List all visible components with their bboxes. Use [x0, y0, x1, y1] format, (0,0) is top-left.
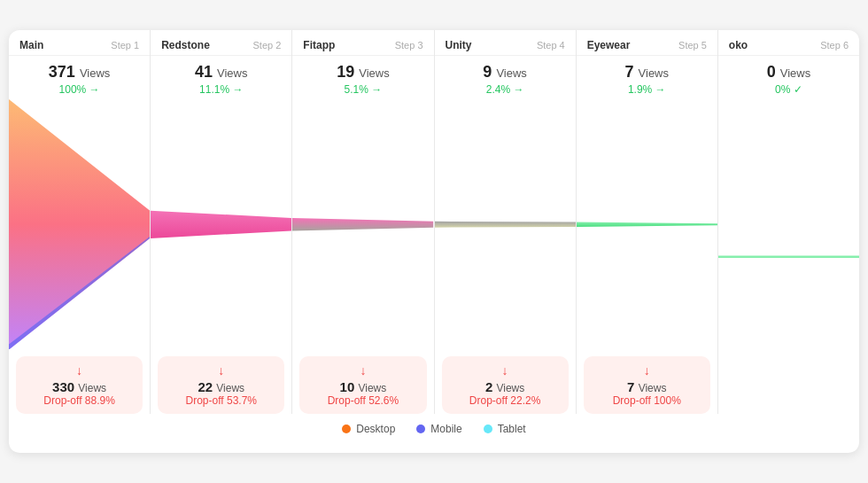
step-header-4: EyewearStep 5 — [577, 30, 717, 56]
dropoff-views-2: 10 Views — [308, 379, 417, 394]
dropoff-arrow-1: ↓ — [167, 363, 275, 378]
step-col-5: okoStep 60 Views0% ✓ — [718, 30, 859, 415]
step-header-1: RedstoneStep 2 — [151, 30, 291, 56]
dropoff-arrow-4: ↓ — [593, 363, 701, 378]
dropoff-arrow-0: ↓ — [25, 363, 134, 378]
step-header-5: okoStep 6 — [718, 30, 859, 56]
dropoff-views-3: 2 Views — [451, 379, 560, 394]
step-header-3: UnityStep 4 — [435, 30, 576, 56]
step-col-0: MainStep 1371 Views100% →↓330 ViewsDrop-… — [9, 30, 151, 415]
step-name-1: Redstone — [161, 39, 210, 51]
dropoff-pct-3: Drop-off 22.2% — [451, 394, 560, 407]
dropoff-pct-0: Drop-off 88.9% — [25, 394, 134, 407]
step-name-3: Unity — [446, 39, 472, 51]
dropoff-box-2: ↓10 ViewsDrop-off 52.6% — [299, 356, 426, 414]
step-pct-0: 100% → — [19, 83, 139, 96]
funnel-visual-5 — [718, 99, 859, 415]
funnel-visual-1 — [151, 99, 291, 350]
dropoff-views-1: 22 Views — [167, 379, 275, 394]
dropoff-box-1: ↓22 ViewsDrop-off 53.7% — [158, 356, 284, 414]
legend-item-mobile: Mobile — [416, 423, 461, 435]
step-num-5: Step 6 — [820, 40, 849, 51]
funnel-container: MainStep 1371 Views100% →↓330 ViewsDrop-… — [9, 30, 859, 454]
legend-item-desktop: Desktop — [342, 423, 395, 435]
legend-dot-mobile — [416, 425, 425, 433]
step-stats-3: 9 Views2.4% → — [435, 56, 576, 99]
funnel-chart: MainStep 1371 Views100% →↓330 ViewsDrop-… — [9, 30, 859, 415]
step-pct-2: 5.1% → — [303, 83, 422, 96]
step-stats-1: 41 Views11.1% → — [151, 56, 291, 99]
dropoff-arrow-2: ↓ — [308, 363, 417, 378]
step-num-1: Step 2 — [253, 40, 282, 51]
step-pct-3: 2.4% → — [446, 83, 565, 96]
dropoff-pct-4: Drop-off 100% — [593, 394, 701, 407]
dropoff-pct-1: Drop-off 53.7% — [167, 394, 275, 407]
step-num-0: Step 1 — [111, 40, 139, 51]
step-name-0: Main — [19, 39, 43, 51]
step-pct-5: 0% ✓ — [729, 83, 849, 96]
step-pct-1: 11.1% → — [161, 83, 281, 96]
legend-label-tablet: Tablet — [498, 423, 526, 435]
dropoff-arrow-3: ↓ — [451, 363, 560, 378]
legend-dot-tablet — [484, 425, 492, 433]
step-views-1: 41 Views — [161, 63, 281, 82]
step-name-4: Eyewear — [587, 39, 631, 51]
step-stats-2: 19 Views5.1% → — [292, 56, 433, 99]
dropoff-box-0: ↓330 ViewsDrop-off 88.9% — [16, 356, 143, 414]
step-stats-0: 371 Views100% → — [9, 56, 150, 99]
legend-item-tablet: Tablet — [484, 423, 526, 435]
step-col-3: UnityStep 49 Views2.4% →↓2 ViewsDrop-off… — [435, 30, 577, 415]
dropoff-views-0: 330 Views — [25, 379, 134, 394]
funnel-visual-4 — [577, 99, 717, 350]
step-views-5: 0 Views — [729, 63, 849, 82]
step-num-2: Step 3 — [395, 40, 423, 51]
funnel-visual-2 — [292, 99, 433, 350]
dropoff-pct-2: Drop-off 52.6% — [308, 394, 417, 407]
step-views-2: 19 Views — [303, 63, 422, 82]
step-name-5: oko — [729, 39, 748, 51]
step-col-4: EyewearStep 57 Views1.9% →↓7 ViewsDrop-o… — [577, 30, 718, 415]
step-num-3: Step 4 — [537, 40, 565, 51]
step-num-4: Step 5 — [678, 40, 707, 51]
dropoff-box-3: ↓2 ViewsDrop-off 22.2% — [442, 356, 569, 414]
funnel-visual-0 — [9, 99, 150, 350]
step-views-3: 9 Views — [446, 63, 565, 82]
dropoff-views-4: 7 Views — [593, 379, 701, 394]
step-pct-4: 1.9% → — [587, 83, 707, 96]
step-name-2: Fitapp — [303, 39, 335, 51]
legend-label-desktop: Desktop — [356, 423, 395, 435]
step-stats-4: 7 Views1.9% → — [577, 56, 717, 99]
step-views-4: 7 Views — [587, 63, 707, 82]
step-col-2: FitappStep 319 Views5.1% →↓10 ViewsDrop-… — [292, 30, 434, 415]
legend-label-mobile: Mobile — [430, 423, 461, 435]
step-header-2: FitappStep 3 — [292, 30, 433, 56]
step-col-1: RedstoneStep 241 Views11.1% →↓22 ViewsDr… — [151, 30, 292, 415]
legend: DesktopMobileTablet — [9, 414, 859, 439]
legend-dot-desktop — [342, 425, 351, 433]
dropoff-box-4: ↓7 ViewsDrop-off 100% — [584, 356, 710, 414]
step-stats-5: 0 Views0% ✓ — [718, 56, 859, 99]
funnel-visual-3 — [435, 99, 576, 350]
step-views-0: 371 Views — [19, 63, 139, 82]
step-header-0: MainStep 1 — [9, 30, 150, 56]
